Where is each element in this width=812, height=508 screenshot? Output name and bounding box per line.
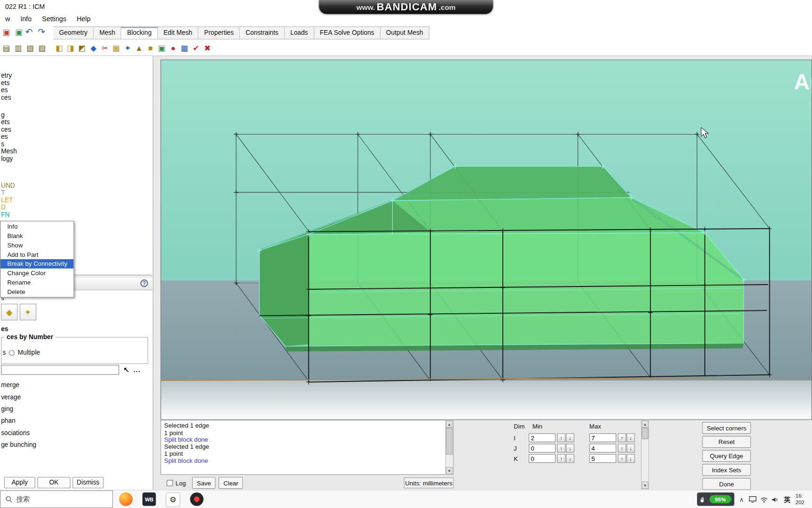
menu-item[interactable]: Info (15, 15, 37, 23)
toolbar-icon-delete-block[interactable]: ✖ (202, 42, 213, 54)
taskbar-clock[interactable]: 16: 202 (796, 492, 812, 507)
toolbar-icon-transform-blocks[interactable]: ▲ (133, 42, 144, 54)
option-item[interactable]: verage (1, 391, 36, 403)
min-spin-up-button[interactable]: ↑ (557, 433, 566, 442)
log-checkbox[interactable] (167, 480, 173, 486)
tab-mesh[interactable]: Mesh (94, 26, 121, 40)
scroll-down-icon[interactable]: ▼ (446, 467, 453, 474)
3d-viewport[interactable]: Ar (161, 60, 812, 420)
toolbar-icon-associate[interactable]: ▦ (111, 42, 122, 54)
index-button-reset[interactable]: Reset (702, 436, 751, 448)
display-icon[interactable] (748, 491, 757, 508)
toolbar-icon-edit-block[interactable]: ■ (145, 42, 156, 54)
toolbar-icon-move-vertex[interactable]: ✦ (122, 42, 133, 54)
min-input[interactable] (529, 454, 555, 463)
scrollbar-thumb[interactable] (446, 428, 453, 454)
toolbar-icon-pre-mesh-quality[interactable]: ● (168, 42, 179, 54)
tree-item[interactable]: etry (1, 72, 17, 79)
toolbar-icon-block-checks[interactable]: ▩ (179, 42, 190, 54)
index-button-query-edge[interactable]: Query Edge (702, 450, 751, 462)
browse-button[interactable]: ... (133, 366, 141, 374)
context-menu-item-delete[interactable]: Delete (0, 287, 73, 297)
message-scrollbar[interactable]: ▲ ▼ (445, 421, 453, 475)
option-item[interactable]: ge bunching (1, 439, 36, 451)
context-menu-item-blank[interactable]: Blank (0, 231, 73, 241)
tree-item[interactable]: ces (1, 126, 17, 133)
scrollbar-thumb[interactable] (641, 428, 648, 439)
max-spin-up-button[interactable]: ↑ (618, 444, 626, 452)
apply-button[interactable]: Apply (4, 477, 35, 488)
toolbar-icon-pre-mesh-params[interactable]: ▣ (156, 42, 167, 54)
tab-loads[interactable]: Loads (285, 26, 314, 40)
max-input[interactable] (589, 444, 616, 452)
tab-constraints[interactable]: Constraints (240, 26, 285, 40)
tree-item[interactable]: FN (1, 211, 17, 218)
network-icon[interactable] (759, 491, 769, 508)
multiple-radio[interactable] (9, 349, 15, 355)
tab-blocking[interactable]: Blocking (121, 26, 157, 40)
tab-edit-mesh[interactable]: Edit Mesh (158, 26, 199, 40)
min-spin-down-button[interactable]: ↓ (566, 444, 575, 452)
toolbar-icon-pre-mesh-smooth[interactable]: ✔ (191, 42, 202, 54)
dismiss-button[interactable]: Dismiss (72, 477, 103, 488)
tab-fea-solve-options[interactable]: FEA Solve Options (314, 26, 380, 40)
tree-item[interactable]: ets (1, 119, 17, 126)
menu-item[interactable]: w (0, 15, 15, 23)
taskbar-app-icem[interactable]: ⚙ (166, 492, 180, 507)
index-button-index-sets[interactable]: Index Sets (702, 464, 751, 476)
save-button[interactable]: Save (192, 477, 216, 489)
index-button-done[interactable]: Done (702, 478, 751, 490)
min-spin-down-button[interactable]: ↓ (566, 433, 575, 442)
scroll-down-icon[interactable]: ▼ (641, 482, 648, 489)
option-item[interactable]: merge (1, 380, 36, 391)
toolbar-icon-app-2[interactable]: ▣ (14, 26, 24, 38)
tab-output-mesh[interactable]: Output Mesh (380, 26, 429, 40)
tree-item[interactable]: UND (1, 182, 17, 189)
menu-item[interactable]: Help (71, 15, 96, 23)
min-spin-up-button[interactable]: ↑ (557, 454, 566, 463)
tree-item[interactable]: logy (1, 155, 17, 162)
tree-item[interactable]: LET (1, 197, 17, 204)
context-menu-item-change-color[interactable]: Change Color (0, 269, 73, 278)
max-input[interactable] (589, 454, 616, 463)
max-spin-down-button[interactable]: ↓ (626, 433, 635, 442)
tree-item[interactable]: D (1, 204, 17, 211)
max-spin-down-button[interactable]: ↓ (626, 444, 635, 452)
help-icon[interactable]: ? (141, 279, 148, 287)
tool-chip-move-vertex-tool[interactable]: ✦ (20, 304, 36, 320)
tree-item[interactable]: ces (1, 94, 17, 101)
tree-item[interactable]: ets (1, 79, 17, 87)
min-input[interactable] (529, 433, 555, 442)
redo-icon[interactable]: ↷ (36, 26, 47, 37)
toolbar-icon-view-tool-4[interactable]: ▨ (37, 42, 47, 54)
speaker-icon[interactable] (771, 491, 780, 508)
tab-properties[interactable]: Properties (198, 26, 240, 40)
option-item[interactable]: ging (1, 403, 36, 415)
tree-item[interactable]: es (1, 133, 17, 140)
max-input[interactable] (589, 433, 616, 442)
min-input[interactable] (529, 444, 555, 452)
toolbar-icon-edit-edge[interactable]: ✂ (100, 42, 110, 54)
viewport-canvas[interactable]: Ar (161, 60, 812, 420)
taskbar-app-workbench[interactable]: WB (142, 492, 156, 506)
min-spin-up-button[interactable]: ↑ (557, 444, 566, 452)
toolbar-icon-merge-vertices[interactable]: ◆ (88, 42, 99, 54)
context-menu-item-show[interactable]: Show (0, 240, 73, 250)
ok-button[interactable]: OK (37, 477, 70, 488)
max-spin-up-button[interactable]: ↑ (618, 454, 626, 463)
max-spin-down-button[interactable]: ↓ (626, 454, 635, 463)
clear-button[interactable]: Clear (219, 477, 242, 489)
battery-indicator[interactable]: 95% (710, 495, 731, 503)
tree-item[interactable]: Mesh (1, 148, 17, 155)
toolbar-icon-view-tool-3[interactable]: ▧ (25, 42, 36, 54)
context-menu-item-break-by-connectivity[interactable]: Break by Connectivity (0, 259, 73, 269)
ime-indicator[interactable]: 英 (782, 491, 792, 508)
tree-item[interactable]: es (1, 87, 17, 94)
toolbar-icon-app-1[interactable]: ▣ (1, 26, 12, 38)
option-item[interactable]: sociations (1, 427, 36, 439)
taskbar-app-bandicam[interactable] (190, 492, 203, 506)
max-spin-up-button[interactable]: ↑ (618, 433, 626, 442)
tray-chevron-up-icon[interactable]: ∧ (737, 491, 746, 508)
undo-icon[interactable]: ↶ (24, 26, 34, 37)
index-button-select-corners[interactable]: Select corners (702, 422, 751, 434)
